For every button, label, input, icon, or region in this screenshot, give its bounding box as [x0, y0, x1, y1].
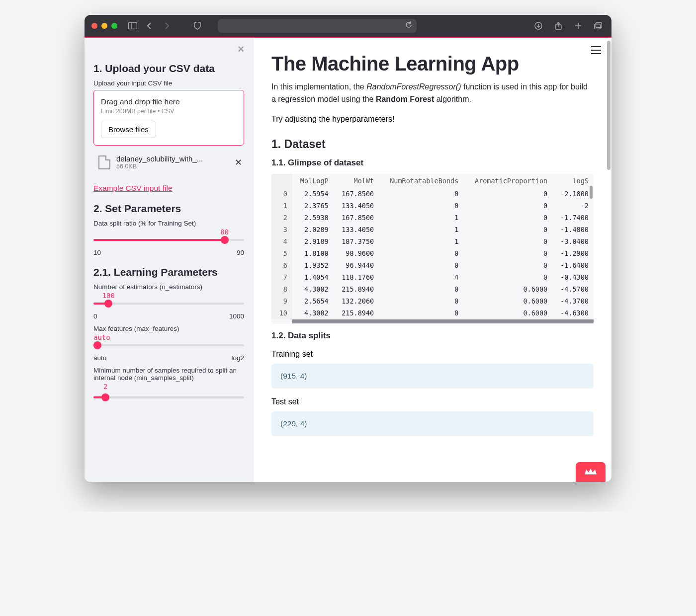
page-scrollbar[interactable] [607, 41, 610, 170]
table-row[interactable]: 84.3002215.894000.6000-4.5700 [271, 283, 594, 295]
table-row[interactable]: 104.3002215.894000.6000-4.6300 [271, 307, 594, 319]
training-set-shape: (915, 4) [271, 364, 594, 388]
table-row[interactable]: 92.5654132.206000.6000-4.3700 [271, 295, 594, 307]
minimize-window-button[interactable] [101, 23, 107, 29]
forward-button[interactable] [160, 19, 173, 32]
table-row[interactable]: 32.0289133.405010-1.4800 [271, 224, 594, 235]
tabs-overview-icon[interactable] [592, 19, 605, 32]
splits-header: 1.2. Data splits [271, 331, 594, 341]
browse-files-button[interactable]: Browse files [101, 121, 156, 138]
table-row[interactable]: 12.3765133.405000-2 [271, 200, 594, 212]
traffic-lights [91, 23, 117, 29]
shield-icon[interactable] [191, 19, 204, 32]
table-hscroll[interactable] [271, 319, 594, 324]
uploaded-file-chip: delaney_solubility_with_... 56.0KB ✕ [93, 152, 244, 173]
dropzone-title: Drag and drop file here [101, 97, 237, 106]
remove-file-button[interactable]: ✕ [235, 157, 242, 168]
share-icon[interactable] [552, 19, 565, 32]
table-row[interactable]: 22.5938167.850010-1.7400 [271, 212, 594, 224]
max-features-slider[interactable]: Max features (max_features) auto auto lo… [93, 325, 244, 362]
collapse-sidebar-button[interactable]: × [238, 43, 244, 56]
table-row[interactable]: 61.935296.944000-1.6400 [271, 259, 594, 271]
svg-rect-0 [129, 23, 137, 29]
test-set-label: Test set [271, 397, 594, 406]
column-header: NumRotatableBonds [379, 174, 463, 188]
column-header: MolWt [334, 174, 379, 188]
uploaded-file-size: 56.0KB [116, 163, 203, 170]
document-icon [98, 155, 110, 169]
try-line: Try adjusting the hyperparameters! [271, 115, 594, 124]
sidebar: × 1. Upload your CSV data Upload your in… [85, 38, 254, 482]
page-title: The Machine Learning App [271, 53, 594, 75]
file-uploader[interactable]: Drag and drop file here Limit 200MB per … [93, 90, 244, 146]
table-row[interactable]: 02.5954167.850000-2.1800 [271, 188, 594, 200]
new-tab-icon[interactable] [572, 19, 585, 32]
glimpse-header: 1.1. Glimpse of dataset [271, 158, 594, 168]
browser-window: × 1. Upload your CSV data Upload your in… [85, 15, 611, 482]
column-header: MolLogP [292, 174, 334, 188]
close-window-button[interactable] [91, 23, 97, 29]
svg-rect-8 [595, 24, 601, 29]
main-content: The Machine Learning App In this impleme… [254, 38, 611, 482]
table-row[interactable]: 51.810098.960000-1.2900 [271, 247, 594, 259]
dataset-header: 1. Dataset [271, 138, 594, 151]
min-samples-split-slider[interactable]: Minimum number of samples required to sp… [93, 367, 244, 394]
address-bar[interactable] [218, 19, 417, 33]
dropzone-sub: Limit 200MB per file • CSV [101, 108, 237, 115]
intro-paragraph: In this implementation, the RandomForest… [271, 81, 594, 106]
test-set-shape: (229, 4) [271, 411, 594, 436]
streamlit-badge[interactable] [576, 462, 606, 482]
svg-rect-7 [596, 23, 602, 28]
learning-parameters-header: 2.1. Learning Parameters [93, 266, 244, 278]
maximize-window-button[interactable] [111, 23, 117, 29]
dataframe-table[interactable]: MolLogPMolWtNumRotatableBondsAromaticPro… [271, 174, 594, 324]
set-parameters-header: 2. Set Parameters [93, 203, 244, 215]
training-set-label: Training set [271, 350, 594, 359]
n-estimators-slider[interactable]: Number of estimators (n_estimators) 100 … [93, 283, 244, 320]
example-csv-link[interactable]: Example CSV input file [93, 184, 173, 193]
upload-caption: Upload your input CSV file [93, 79, 244, 87]
table-vscroll[interactable] [590, 186, 593, 199]
table-row[interactable]: 71.4054118.176040-0.4300 [271, 271, 594, 283]
menu-button[interactable] [591, 46, 602, 57]
reload-icon[interactable] [405, 21, 413, 31]
column-header: logS [552, 174, 594, 188]
column-header: AromaticProportion [463, 174, 552, 188]
titlebar [85, 15, 611, 37]
uploaded-file-name: delaney_solubility_with_... [116, 154, 203, 163]
back-button[interactable] [143, 19, 156, 32]
split-ratio-slider[interactable]: Data split ratio (% for Training Set) 80… [93, 220, 244, 256]
downloads-icon[interactable] [532, 19, 545, 32]
table-row[interactable]: 42.9189187.375010-3.0400 [271, 235, 594, 247]
sidebar-toggle-icon[interactable] [126, 19, 139, 32]
upload-header: 1. Upload your CSV data [93, 63, 244, 75]
